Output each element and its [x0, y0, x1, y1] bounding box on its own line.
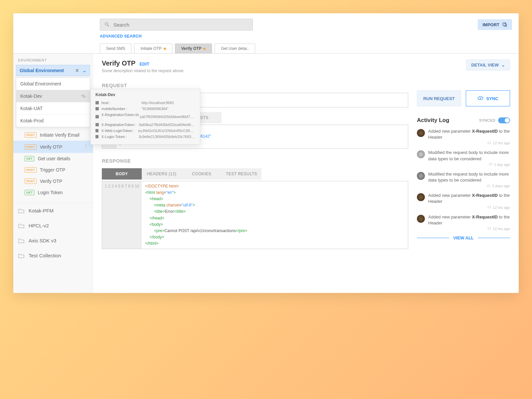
- api-item[interactable]: POSTInitiate Verify Email: [13, 129, 93, 141]
- response-tabs: BODYHEADERS (12)COOKIESTEST RESULTS: [102, 168, 408, 180]
- gear-icon[interactable]: [81, 94, 86, 98]
- sidebar: ENVIRONMENT Global Environment ✕ ⌄ Globa…: [13, 54, 93, 293]
- checkbox-icon[interactable]: [95, 123, 99, 126]
- response-tab[interactable]: BODY: [102, 168, 142, 180]
- log-text: Added new parameter X-RequestID to the H…: [428, 214, 510, 226]
- run-request-button[interactable]: RUN REQUEST: [417, 90, 461, 106]
- import-button[interactable]: IMPORT: [478, 19, 512, 30]
- synced-toggle[interactable]: SYNCED: [479, 117, 510, 123]
- avatar: [417, 129, 425, 137]
- import-icon: [502, 22, 507, 27]
- view-all-link[interactable]: VIEW ALL: [417, 235, 510, 240]
- detail-view-button[interactable]: DETAIL VIEW ⌄: [466, 60, 510, 70]
- checkbox-icon[interactable]: [95, 101, 99, 104]
- response-tab[interactable]: HEADERS (12): [142, 168, 182, 180]
- env-var-value: 3c9e8e213584435b9eb33c76837992: [139, 135, 195, 139]
- search-input[interactable]: [113, 22, 249, 28]
- cloud-icon: [487, 227, 491, 230]
- activity-log-title: Activity Log: [417, 117, 449, 124]
- api-item[interactable]: POSTTrigger OTP: [13, 164, 93, 176]
- environment-option[interactable]: Kotak-Prod: [16, 115, 90, 127]
- page-subtitle: Some description related to the request …: [102, 68, 183, 73]
- response-body-code[interactable]: 1 2 3 4 5 6 7 8 9 10 <!DOCTYPE html> <ht…: [102, 181, 408, 249]
- api-item[interactable]: POSTVerify OTP⋮: [13, 141, 93, 153]
- activity-log-item: Added new parameter X-RequestID to the H…: [417, 214, 510, 231]
- right-column: DETAIL VIEW ⌄ RUN REQUEST SYNC Activity …: [417, 60, 510, 287]
- folder-icon: [18, 253, 25, 258]
- api-item[interactable]: GETGet user details: [13, 153, 93, 164]
- sync-button[interactable]: SYNC: [466, 90, 510, 106]
- env-variable-row: X-Web-LoginToken :eyJhbGciOiJIUzI1NiIsIn…: [95, 128, 195, 134]
- collection-item[interactable]: Test Collection: [13, 248, 93, 263]
- env-var-key: X-Login-Token :: [101, 135, 138, 139]
- env-var-value: http://localhost:8081: [141, 101, 174, 105]
- advanced-search-link[interactable]: ADVANCED SEARCH: [100, 34, 142, 39]
- checkbox-icon[interactable]: [95, 115, 99, 118]
- checkbox-icon[interactable]: [95, 135, 98, 138]
- checkbox-icon[interactable]: [95, 107, 99, 110]
- api-item[interactable]: POSTVerify OTP: [13, 176, 93, 187]
- log-meta: 12 hrs ago: [428, 227, 510, 231]
- api-item-label: Trigger OTP: [40, 167, 66, 173]
- activity-log-item: Added new parameter X-RequestID to the H…: [417, 193, 510, 209]
- environment-select[interactable]: Global Environment ✕ ⌄: [16, 65, 90, 76]
- folder-icon: [18, 238, 25, 243]
- chevron-down-icon[interactable]: ⌄: [83, 68, 87, 73]
- environment-option[interactable]: Global Environment: [16, 78, 90, 90]
- response-tab[interactable]: TEST RESULTS: [222, 168, 262, 180]
- api-item-label: Initiate Verify Email: [40, 132, 80, 138]
- tab-verify-otp[interactable]: Verify OTP: [175, 44, 212, 54]
- edit-link[interactable]: EDIT: [139, 62, 149, 66]
- env-variable-row: X-RegistrationToken :8a69ba27f6d430e832e…: [95, 122, 195, 128]
- api-item[interactable]: GETLogin Token: [13, 187, 93, 198]
- unsaved-dot-icon: [203, 48, 206, 50]
- log-text: Added new parameter X-RequestID to the H…: [428, 193, 510, 204]
- page-title: Verify OTP: [102, 60, 135, 67]
- collection-item[interactable]: Kotak-PFM: [13, 203, 93, 218]
- collection-label: Test Collection: [29, 253, 61, 258]
- activity-logs: Added new parameter X-RequestID to the H…: [417, 128, 510, 231]
- avatar: [417, 172, 425, 180]
- tab-get-user-detai-[interactable]: Get User detai..: [215, 44, 255, 54]
- topbar: ADVANCED SEARCH IMPORT: [13, 13, 519, 39]
- import-label: IMPORT: [482, 22, 499, 27]
- avatar: [417, 193, 425, 201]
- collection-label: Axis SDK v3: [29, 238, 56, 243]
- method-badge: POST: [25, 132, 37, 138]
- collection-item[interactable]: Axis SDK v3: [13, 233, 93, 248]
- activity-log-item: Added new parameter X-RequestID to the H…: [417, 128, 510, 145]
- request-heading: REQUEST: [102, 82, 408, 88]
- environment-option[interactable]: Kotak-Dev: [16, 90, 90, 102]
- tab-send-sms[interactable]: Send SMS: [100, 44, 131, 54]
- collection-label: Kotak-PFM: [29, 208, 54, 213]
- tabs-row: Send SMSInitiate OTPVerify OTPGet User d…: [100, 44, 519, 54]
- toggle-icon[interactable]: [498, 117, 510, 123]
- env-variable-row: X-Login-Token :3c9e8e213584435b9eb33c768…: [95, 134, 195, 140]
- cloud-sync-icon: [477, 95, 483, 101]
- environment-option[interactable]: Kotak-UAT: [16, 102, 90, 115]
- close-icon[interactable]: ✕: [75, 68, 79, 73]
- log-meta: 1 day ago: [428, 163, 510, 167]
- more-icon[interactable]: ⋮: [83, 144, 88, 150]
- response-tab[interactable]: COOKIES: [182, 168, 222, 180]
- search-box[interactable]: [100, 19, 253, 31]
- log-text: Added new parameter X-RequestID to the H…: [428, 128, 510, 140]
- log-text: Modified the request body to include mor…: [428, 171, 510, 183]
- collections: Kotak-PFMHPCL-v2Axis SDK v3Test Collecti…: [13, 203, 93, 263]
- unsaved-dot-icon: [164, 48, 166, 50]
- tab-initiate-otp[interactable]: Initiate OTP: [134, 44, 172, 54]
- folder-icon: [18, 223, 25, 228]
- activity-log-item: Modified the request body to include mor…: [417, 171, 510, 188]
- env-var-key: X-RegistrationToken-Id :: [101, 113, 139, 121]
- activity-log-item: Modified the request body to include mor…: [417, 150, 510, 166]
- api-item-label: Verify OTP: [40, 144, 63, 150]
- api-item-label: Login Token: [38, 190, 63, 195]
- api-item-label: Verify OTP: [40, 179, 63, 184]
- collection-label: HPCL-v2: [29, 223, 49, 228]
- method-badge: GET: [25, 156, 34, 161]
- checkbox-icon[interactable]: [95, 129, 98, 132]
- collection-item[interactable]: HPCL-v2: [13, 218, 93, 233]
- folder-icon: [18, 208, 25, 213]
- environment-popup: Kotak-Dev host :http://localhost:8081mob…: [90, 89, 200, 145]
- log-text: Modified the request body to include mor…: [428, 150, 510, 162]
